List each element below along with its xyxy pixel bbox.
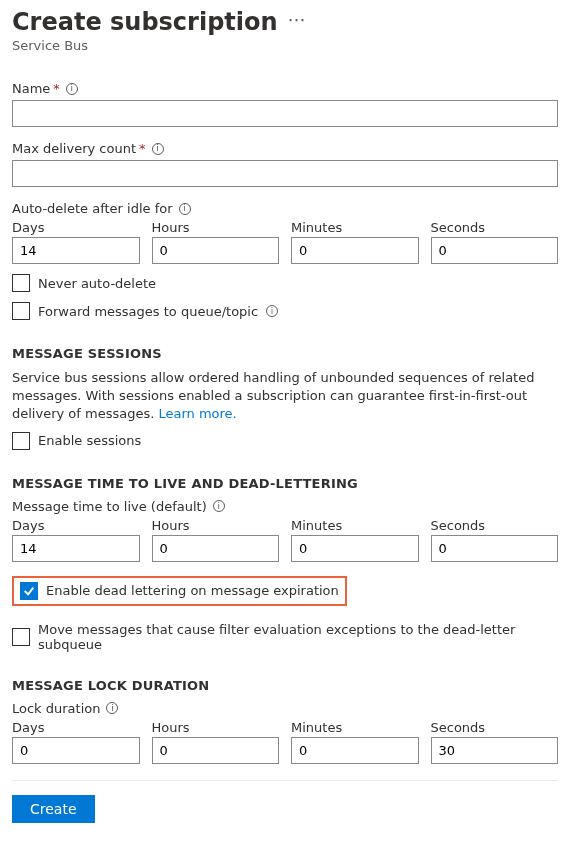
ttl-seconds-input[interactable] bbox=[431, 535, 559, 562]
time-hours-label: Hours bbox=[152, 220, 280, 235]
time-days-label: Days bbox=[12, 720, 140, 735]
page-subtitle: Service Bus bbox=[12, 38, 558, 53]
max-delivery-input[interactable] bbox=[12, 160, 558, 187]
create-button[interactable]: Create bbox=[12, 795, 95, 823]
ttl-hours-input[interactable] bbox=[152, 535, 280, 562]
lock-days-input[interactable] bbox=[12, 737, 140, 764]
info-icon[interactable]: i bbox=[106, 702, 118, 714]
time-seconds-label: Seconds bbox=[431, 518, 559, 533]
ttl-days-input[interactable] bbox=[12, 535, 140, 562]
time-hours-label: Hours bbox=[152, 518, 280, 533]
required-asterisk: * bbox=[53, 81, 60, 96]
auto-delete-hours-input[interactable] bbox=[152, 237, 280, 264]
forward-messages-checkbox[interactable] bbox=[12, 302, 30, 320]
auto-delete-days-input[interactable] bbox=[12, 237, 140, 264]
auto-delete-minutes-input[interactable] bbox=[291, 237, 419, 264]
name-input[interactable] bbox=[12, 100, 558, 127]
time-minutes-label: Minutes bbox=[291, 720, 419, 735]
enable-dead-lettering-label: Enable dead lettering on message expirat… bbox=[46, 583, 339, 598]
required-asterisk: * bbox=[139, 141, 146, 156]
ttl-heading: MESSAGE TIME TO LIVE AND DEAD-LETTERING bbox=[12, 476, 558, 491]
enable-dead-lettering-checkbox[interactable] bbox=[20, 582, 38, 600]
auto-delete-seconds-input[interactable] bbox=[431, 237, 559, 264]
time-days-label: Days bbox=[12, 220, 140, 235]
message-sessions-description: Service bus sessions allow ordered handl… bbox=[12, 369, 558, 424]
time-hours-label: Hours bbox=[152, 720, 280, 735]
time-days-label: Days bbox=[12, 518, 140, 533]
forward-messages-label: Forward messages to queue/topic bbox=[38, 304, 258, 319]
time-seconds-label: Seconds bbox=[431, 720, 559, 735]
lock-seconds-input[interactable] bbox=[431, 737, 559, 764]
time-seconds-label: Seconds bbox=[431, 220, 559, 235]
lock-duration-heading: MESSAGE LOCK DURATION bbox=[12, 678, 558, 693]
ttl-label: Message time to live (default) i bbox=[12, 499, 558, 514]
never-auto-delete-checkbox[interactable] bbox=[12, 274, 30, 292]
move-exceptions-label: Move messages that cause filter evaluati… bbox=[38, 622, 558, 652]
enable-sessions-checkbox[interactable] bbox=[12, 432, 30, 450]
info-icon[interactable]: i bbox=[66, 83, 78, 95]
lock-hours-input[interactable] bbox=[152, 737, 280, 764]
info-icon[interactable]: i bbox=[152, 143, 164, 155]
name-label: Name* i bbox=[12, 81, 558, 96]
ttl-minutes-input[interactable] bbox=[291, 535, 419, 562]
max-delivery-label: Max delivery count* i bbox=[12, 141, 558, 156]
info-icon[interactable]: i bbox=[179, 203, 191, 215]
time-minutes-label: Minutes bbox=[291, 518, 419, 533]
page-title: Create subscription bbox=[12, 8, 278, 36]
enable-sessions-label: Enable sessions bbox=[38, 433, 141, 448]
auto-delete-label: Auto-delete after idle for i bbox=[12, 201, 558, 216]
move-exceptions-checkbox[interactable] bbox=[12, 628, 30, 646]
time-minutes-label: Minutes bbox=[291, 220, 419, 235]
lock-minutes-input[interactable] bbox=[291, 737, 419, 764]
dead-letter-highlight: Enable dead lettering on message expirat… bbox=[12, 576, 347, 606]
message-sessions-heading: MESSAGE SESSIONS bbox=[12, 346, 558, 361]
never-auto-delete-label: Never auto-delete bbox=[38, 276, 156, 291]
more-commands-icon[interactable]: ⋯ bbox=[288, 8, 308, 32]
lock-duration-label: Lock duration i bbox=[12, 701, 558, 716]
info-icon[interactable]: i bbox=[266, 305, 278, 317]
info-icon[interactable]: i bbox=[213, 500, 225, 512]
learn-more-link[interactable]: Learn more. bbox=[158, 406, 236, 421]
